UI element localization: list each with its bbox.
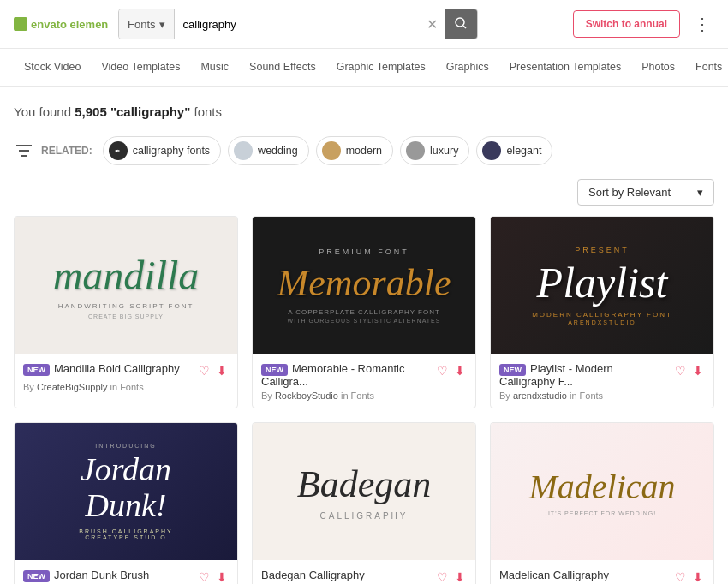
search-type-label: Fonts [128, 18, 156, 31]
main-nav: Stock Video Video Templates Music Sound … [0, 49, 728, 87]
font-card-image-4: INTRODUCING JordanDunk! BRUSH CALLIGRAPH… [15, 423, 237, 560]
search-button[interactable] [445, 9, 477, 39]
nav-item-graphic-templates[interactable]: Graphic Templates [326, 49, 436, 86]
new-badge-2: NEW [261, 364, 288, 376]
nav-item-sound-effects[interactable]: Sound Effects [239, 49, 326, 86]
download-button-6[interactable]: ⬇ [691, 569, 705, 584]
font-card-body-1: NEWMandilla Bold Calligraphy ♡ ⬇ By Crea… [15, 354, 237, 399]
download-button-5[interactable]: ⬇ [453, 569, 467, 584]
font-card-body-6: Madelican Calligraphy ♡ ⬇ By Subectype i… [491, 560, 713, 584]
logo[interactable]: envato elements [14, 15, 108, 33]
font-card-image-6: Madelican IT'S PERFECT FOR WEDDING! [491, 423, 713, 560]
search-type-dropdown[interactable]: Fonts ▾ [119, 9, 175, 39]
tag-elegant[interactable]: elegant [476, 136, 552, 165]
font-title-text-6: Madelican Calligraphy [499, 569, 609, 581]
font-card-5[interactable]: Badegan CALLIGRAPHY Badegan Calligraphy … [252, 422, 476, 584]
font-card-body-4: NEWJordan Dunk Brush Calligraphy ♡ ⬇ By … [15, 560, 237, 584]
font-card-6[interactable]: Madelican IT'S PERFECT FOR WEDDING! Made… [490, 422, 714, 584]
tag-wedding[interactable]: wedding [228, 136, 309, 165]
font-title-text-1: Mandilla Bold Calligraphy [54, 362, 180, 375]
download-button-2[interactable]: ⬇ [453, 362, 467, 379]
tag-label-modern: modern [346, 145, 382, 157]
font-card-2[interactable]: PREMIUM FONT Memorable A COPPERPLATE CAL… [252, 216, 476, 408]
search-icon [455, 17, 467, 29]
results-count: 5,905 [75, 104, 107, 119]
download-button-1[interactable]: ⬇ [215, 362, 229, 379]
font-card-meta-3: By arendxstudio in Fonts [499, 390, 705, 401]
bookmark-button-4[interactable]: ♡ [197, 569, 212, 584]
svg-text:envato elements: envato elements [31, 18, 108, 31]
tag-modern[interactable]: modern [316, 136, 393, 165]
font-card-4[interactable]: INTRODUCING JordanDunk! BRUSH CALLIGRAPH… [14, 422, 238, 584]
bookmark-button-6[interactable]: ♡ [673, 569, 688, 584]
font-card-meta-1: By CreateBigSupply in Fonts [23, 382, 229, 392]
bookmark-button-5[interactable]: ♡ [435, 569, 450, 584]
svg-rect-0 [14, 17, 27, 31]
sort-label: Sort by Relevant [588, 186, 671, 199]
bookmark-button-1[interactable]: ♡ [197, 362, 212, 379]
nav-item-photos[interactable]: Photos [631, 49, 685, 86]
svg-point-2 [456, 18, 464, 27]
font-card-title-4: NEWJordan Dunk Brush Calligraphy [23, 569, 194, 584]
tag-avatar-elegant [482, 141, 501, 160]
tag-label-wedding: wedding [258, 145, 298, 157]
tag-luxury[interactable]: luxury [400, 136, 469, 165]
tag-list: ✒ calligraphy fonts wedding modern luxur… [103, 136, 553, 165]
bookmark-button-2[interactable]: ♡ [435, 362, 450, 379]
new-badge-4: NEW [23, 570, 50, 582]
download-button-3[interactable]: ⬇ [691, 362, 705, 379]
font-card-image-1: mandilla HANDWRITING SCRIPT FONT CREATE … [15, 217, 237, 354]
nav-item-video-templates[interactable]: Video Templates [91, 49, 190, 86]
nav-item-presentation-templates[interactable]: Presentation Templates [499, 49, 631, 86]
font-card-body-3: NEWPlaylist - Modern Calligraphy F... ♡ … [491, 354, 713, 408]
switch-annual-button[interactable]: Switch to annual [573, 10, 680, 38]
results-suffix: fonts [194, 104, 223, 119]
font-grid: mandilla HANDWRITING SCRIPT FONT CREATE … [0, 216, 728, 584]
tag-avatar-modern [322, 141, 341, 160]
font-card-title-6: Madelican Calligraphy [499, 569, 609, 581]
tag-calligraphy-fonts[interactable]: ✒ calligraphy fonts [103, 136, 221, 165]
tag-label-elegant: elegant [506, 145, 541, 157]
tag-label-luxury: luxury [430, 145, 458, 157]
font-card-body-2: NEWMemorable - Romantic Calligra... ♡ ⬇ … [253, 354, 475, 408]
chevron-down-icon: ▾ [159, 18, 165, 31]
download-button-4[interactable]: ⬇ [215, 569, 229, 584]
nav-item-graphics[interactable]: Graphics [436, 49, 499, 86]
font-card-title-1: NEWMandilla Bold Calligraphy [23, 362, 180, 375]
filter-bar: RELATED: ✒ calligraphy fonts wedding mod… [0, 129, 728, 179]
search-bar: Fonts ▾ ✕ [118, 9, 478, 39]
font-title-text-5: Badegan Calligraphy [261, 569, 365, 581]
results-header: You found 5,905 "calligraphy" fonts [0, 87, 728, 129]
tag-avatar-wedding [234, 141, 253, 160]
clear-search-icon[interactable]: ✕ [420, 16, 445, 33]
new-badge-1: NEW [23, 364, 50, 376]
font-card-image-5: Badegan CALLIGRAPHY [253, 423, 475, 560]
nav-item-music[interactable]: Music [190, 49, 239, 86]
font-card-title-2: NEWMemorable - Romantic Calligra... [261, 362, 432, 388]
header: envato elements Fonts ▾ ✕ Switch to annu… [0, 0, 728, 49]
search-input[interactable] [175, 9, 420, 39]
sort-chevron-icon: ▾ [697, 186, 703, 199]
related-label: RELATED: [41, 145, 92, 157]
new-badge-3: NEW [499, 364, 526, 376]
sort-dropdown[interactable]: Sort by Relevant ▾ [577, 179, 714, 206]
font-card-body-5: Badegan Calligraphy ♡ ⬇ By Byulyayika in… [253, 560, 475, 584]
sort-bar: Sort by Relevant ▾ [0, 179, 728, 216]
nav-item-stock-video[interactable]: Stock Video [14, 49, 91, 86]
more-options-button[interactable]: ⋮ [690, 14, 714, 34]
nav-item-fonts[interactable]: Fonts [685, 49, 728, 86]
tag-avatar-calligraphy: ✒ [109, 141, 128, 160]
font-card-title-3: NEWPlaylist - Modern Calligraphy F... [499, 362, 670, 388]
font-card-image-3: PRESENT Playlist MODERN CALLIGRAPHY FONT… [491, 217, 713, 354]
font-card-meta-2: By RockboyStudio in Fonts [261, 390, 467, 401]
font-card-image-2: PREMIUM FONT Memorable A COPPERPLATE CAL… [253, 217, 475, 354]
font-card-title-5: Badegan Calligraphy [261, 569, 365, 581]
bookmark-button-3[interactable]: ♡ [673, 362, 688, 379]
filter-icon[interactable] [14, 140, 34, 161]
tag-label-calligraphy: calligraphy fonts [133, 145, 210, 157]
font-card-1[interactable]: mandilla HANDWRITING SCRIPT FONT CREATE … [14, 216, 238, 408]
font-card-3[interactable]: PRESENT Playlist MODERN CALLIGRAPHY FONT… [490, 216, 714, 408]
tag-avatar-luxury [406, 141, 425, 160]
svg-line-3 [463, 26, 466, 28]
results-query-display: "calligraphy" [110, 104, 190, 119]
